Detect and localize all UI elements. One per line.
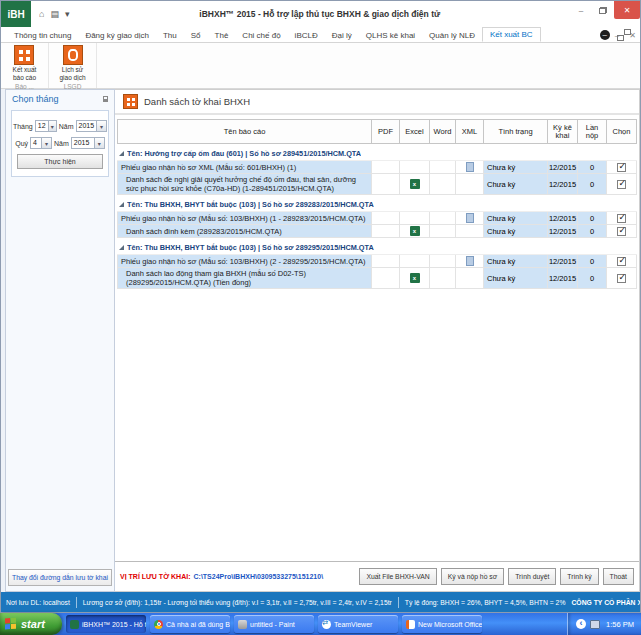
tab-s-[interactable]: Sổ — [184, 29, 208, 42]
excel-cell[interactable]: x — [400, 225, 430, 237]
excel-cell[interactable] — [400, 212, 430, 224]
group-header-row[interactable]: Tên: Thu BHXH, BHYT bắt buộc (103) | Số … — [117, 241, 637, 255]
tray-app-icon[interactable] — [590, 620, 600, 629]
column-header-excel[interactable]: Excel — [400, 120, 430, 143]
xu-t-file-bhxh-van-button[interactable]: Xuất File BHXH-VAN — [359, 568, 436, 585]
export-report-button[interactable]: Kết xuất báo cáo — [13, 45, 37, 81]
xml-cell[interactable] — [456, 161, 484, 173]
xml-file-icon[interactable] — [466, 256, 474, 266]
quarter-select[interactable]: 4 ▾ — [30, 137, 52, 149]
home-icon[interactable]: ⌂ — [39, 9, 44, 19]
row-checkbox[interactable] — [617, 163, 626, 172]
tab-qlhs-k-khai[interactable]: QLHS kê khai — [359, 29, 422, 42]
collapse-triangle-icon[interactable] — [119, 245, 124, 250]
row-checkbox[interactable] — [617, 257, 626, 266]
pdf-cell[interactable] — [372, 174, 400, 194]
apps-icon[interactable]: ▤ — [50, 9, 59, 19]
xml-cell[interactable] — [456, 212, 484, 224]
group-header-row[interactable]: Tên: Thu BHXH, BHYT bắt buộc (103) | Số … — [117, 198, 637, 212]
restore-button[interactable] — [592, 1, 614, 19]
column-header-xml[interactable]: XML — [456, 120, 484, 143]
chevron-down-icon[interactable]: ▾ — [48, 121, 56, 131]
minimize-button[interactable]: – — [570, 1, 592, 19]
year2-select[interactable]: 2015 ▾ — [71, 137, 105, 149]
xml-cell[interactable] — [456, 268, 484, 288]
column-header-period[interactable]: Kỳ kê khai — [548, 120, 578, 143]
table-row[interactable]: Phiếu giao nhận hồ sơ (Mẫu số: 103/BHXH)… — [117, 212, 637, 225]
excel-file-icon[interactable]: x — [410, 226, 420, 236]
tab-th-[interactable]: Thẻ — [208, 29, 236, 42]
table-row[interactable]: Danh sách đính kèm (289283/2015/HCM.QTA)… — [117, 225, 637, 238]
table-row[interactable]: Phiếu giao nhận hồ sơ (Mẫu số: 103/BHXH)… — [117, 255, 637, 268]
row-checkbox[interactable] — [617, 227, 626, 236]
column-header-pdf[interactable]: PDF — [372, 120, 400, 143]
table-row[interactable]: Danh sách lao động tham gia BHXH (mẫu số… — [117, 268, 637, 289]
tray-collapse-icon[interactable]: ‹ — [576, 619, 586, 629]
word-cell[interactable] — [430, 225, 456, 237]
group-header-row[interactable]: Tên: Hưởng trợ cấp ốm đau (601) | Số hồ … — [117, 147, 637, 161]
taskbar-item-ibhxh[interactable]: iBHXH™ 2015 - Hỗ tr... — [66, 615, 146, 633]
row-checkbox[interactable] — [617, 214, 626, 223]
chevron-down-icon[interactable]: ▾ — [94, 138, 104, 148]
tab-th-ng-tin-chung[interactable]: Thông tin chung — [7, 29, 78, 42]
year-select[interactable]: 2015 ▾ — [76, 120, 108, 132]
xml-cell[interactable] — [456, 255, 484, 267]
column-header-word[interactable]: Word — [430, 120, 456, 143]
close-button[interactable]: ✕ — [614, 1, 640, 19]
tr-nh-duy-t-button[interactable]: Trình duyệt — [508, 568, 556, 585]
chevron-down-icon[interactable]: ▾ — [96, 121, 106, 131]
ribbon-toggle-icon[interactable]: – — [600, 30, 610, 40]
word-cell[interactable] — [430, 174, 456, 194]
word-cell[interactable] — [430, 268, 456, 288]
column-header-attempt[interactable]: Lần nộp — [578, 120, 607, 143]
column-header-status[interactable]: Tình trạng — [484, 120, 548, 143]
taskbar-item-teamviewer[interactable]: TeamViewer — [318, 615, 398, 633]
word-cell[interactable] — [430, 255, 456, 267]
pdf-cell[interactable] — [372, 225, 400, 237]
chevron-down-icon[interactable]: ▾ — [41, 138, 51, 148]
change-save-path-button[interactable]: Thay đổi đường dẫn lưu tờ khai — [8, 569, 112, 586]
execute-button[interactable]: Thực hiện — [17, 154, 103, 169]
excel-cell[interactable]: x — [400, 174, 430, 194]
xml-file-icon[interactable] — [466, 213, 474, 223]
pdf-cell[interactable] — [372, 255, 400, 267]
taskbar-item-office[interactable]: New Microsoft Office ... — [402, 615, 482, 633]
pdf-cell[interactable] — [372, 212, 400, 224]
column-header-name[interactable]: Tên báo cáo — [118, 120, 372, 143]
table-row[interactable]: Danh sách đề nghị giải quyết hưởng chế đ… — [117, 174, 637, 195]
tab--ng-k-giao-d-ch[interactable]: Đăng ký giao dịch — [78, 29, 156, 42]
pin-icon[interactable] — [103, 96, 108, 102]
column-header-check[interactable]: Chọn — [607, 120, 636, 143]
excel-cell[interactable] — [400, 161, 430, 173]
xml-file-icon[interactable] — [466, 162, 474, 172]
taskbar-item-paint[interactable]: untitled - Paint — [234, 615, 314, 633]
collapse-triangle-icon[interactable] — [119, 202, 124, 207]
pdf-cell[interactable] — [372, 161, 400, 173]
xml-cell[interactable] — [456, 174, 484, 194]
excel-cell[interactable]: x — [400, 268, 430, 288]
tr-nh-k--button[interactable]: Trình ký — [560, 568, 598, 585]
taskbar-item-chrome[interactable]: Cả nhà ai đã dùng B... — [150, 615, 230, 633]
word-cell[interactable] — [430, 161, 456, 173]
tho-t-button[interactable]: Thoát — [603, 568, 634, 585]
pdf-cell[interactable] — [372, 268, 400, 288]
tab--i-l-[interactable]: Đại lý — [325, 29, 359, 42]
tab-thu[interactable]: Thu — [156, 29, 184, 42]
row-checkbox[interactable] — [617, 274, 626, 283]
start-button[interactable]: start — [0, 613, 62, 635]
excel-cell[interactable] — [400, 255, 430, 267]
excel-file-icon[interactable]: x — [410, 179, 420, 189]
tab-k-t-xu-t-bc[interactable]: Kết xuất BC — [482, 27, 541, 42]
tab-chi-ch-[interactable]: Chi chế độ — [235, 29, 287, 42]
tab-ibcl-[interactable]: iBCLĐ — [288, 29, 325, 42]
tab-qu-n-l-nl-[interactable]: Quản lý NLĐ — [422, 29, 482, 42]
table-row[interactable]: Phiếu giao nhận hồ sơ XML (Mẫu số: 601/B… — [117, 161, 637, 174]
excel-file-icon[interactable]: x — [410, 273, 420, 283]
k-v-n-p-h-s--button[interactable]: Ký và nộp hồ sơ — [441, 568, 504, 585]
row-checkbox[interactable] — [617, 180, 626, 189]
xml-cell[interactable] — [456, 225, 484, 237]
transaction-history-button[interactable]: Lịch sử giao dịch — [59, 45, 85, 81]
collapse-triangle-icon[interactable] — [119, 151, 124, 156]
word-cell[interactable] — [430, 212, 456, 224]
month-select[interactable]: 12 ▾ — [35, 120, 57, 132]
